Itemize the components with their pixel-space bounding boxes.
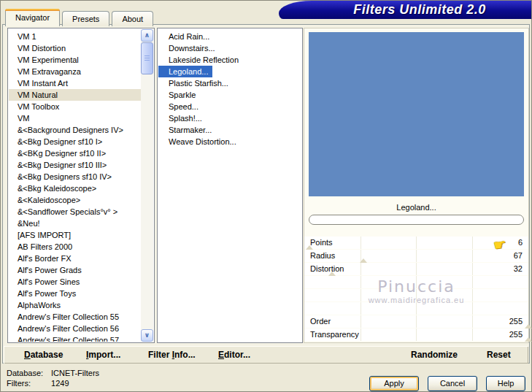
navigator-panel: VM 1VM DistortionVM ExperimentalVM Extra…	[2, 24, 530, 364]
preview-caption: Legoland...	[304, 203, 528, 212]
category-item[interactable]: &<Sandflower Specials°v° >	[9, 206, 141, 218]
slider-row[interactable]	[304, 289, 528, 301]
slider-label: Radius	[310, 250, 335, 262]
status-filters: Filters: 1249	[7, 378, 99, 388]
slider-value: 255	[509, 328, 523, 341]
filter-item[interactable]: Sparkle	[158, 89, 200, 101]
status-database: Database: ICNET-Filters	[7, 368, 99, 378]
category-item[interactable]: Andrew's Filter Collection 55	[9, 311, 141, 323]
scroll-up-button[interactable]: ∧	[141, 29, 153, 42]
slider-row[interactable]	[304, 276, 528, 288]
filter-item[interactable]: Plastic Starfish...	[158, 77, 233, 89]
category-item[interactable]: &Neu!	[9, 218, 141, 229]
chevron-down-icon: ∨	[144, 331, 150, 339]
category-item[interactable]: &<Kaleidoscope>	[9, 194, 141, 206]
slider-label: Transparency	[310, 328, 359, 341]
filter-item[interactable]: Downstairs...	[158, 42, 220, 54]
category-item[interactable]: &<Background Designers IV>	[9, 124, 141, 136]
scrollbar-thumb[interactable]	[141, 42, 153, 74]
category-item[interactable]: Alf's Power Toys	[9, 288, 141, 299]
category-item[interactable]: &<Bkg Designer sf10 III>	[9, 159, 141, 171]
category-item[interactable]: Alf's Power Sines	[9, 276, 141, 288]
category-item[interactable]: AB Filters 2000	[9, 241, 141, 253]
slider-value: 32	[514, 263, 523, 275]
filters-unlimited-window: Filters Unlimited 2.0 Navigator Presets …	[0, 0, 532, 392]
editor-button[interactable]: Editor...	[218, 350, 250, 360]
scroll-down-button[interactable]: ∨	[141, 329, 153, 342]
slider-label: Order	[310, 315, 331, 328]
filter-item[interactable]: Acid Rain...	[158, 31, 214, 42]
slider-label: Points	[310, 237, 333, 249]
category-item[interactable]: VM Experimental	[9, 54, 141, 66]
status-database-label: Database:	[7, 368, 49, 378]
slider-label: Distortion	[310, 263, 344, 275]
category-item[interactable]: VM Extravaganza	[9, 66, 141, 77]
tab-presets[interactable]: Presets	[62, 11, 109, 26]
tab-navigator[interactable]: Navigator	[5, 9, 60, 26]
chevron-up-icon: ∧	[144, 31, 150, 39]
status-database-value: ICNET-Filters	[51, 369, 99, 377]
randomize-button[interactable]: Randomize	[411, 350, 458, 360]
slider-row[interactable]: Transparency 255	[304, 328, 528, 341]
slider-row[interactable]: Distortion 32	[304, 263, 528, 275]
filter-preview	[309, 32, 524, 196]
category-item[interactable]: &<Bkg Designers sf10 IV>	[9, 171, 141, 182]
category-item[interactable]: VM Instant Art	[9, 77, 141, 89]
category-item[interactable]: VM Toolbox	[9, 101, 141, 112]
category-item[interactable]: Alf's Power Grads	[9, 264, 141, 276]
slider-row[interactable]: Order 255	[304, 315, 528, 328]
filter-info-button[interactable]: Filter Info...	[148, 350, 196, 360]
filter-list[interactable]: Acid Rain...Downstairs...Lakeside Reflec…	[157, 28, 303, 343]
slider-value: 67	[514, 250, 523, 262]
slider-value: 255	[509, 315, 523, 328]
database-button[interactable]: Database	[24, 350, 63, 360]
filter-item[interactable]: Starmaker...	[158, 124, 216, 136]
filter-item[interactable]: Splash!...	[158, 112, 207, 124]
slider-value: 6	[518, 237, 523, 249]
category-item[interactable]: VM Distortion	[9, 42, 141, 54]
category-item[interactable]: &<BKg Designer sf10 II>	[9, 147, 141, 159]
command-bar: Database Import... Filter Info... Editor…	[4, 346, 528, 364]
category-item[interactable]: Andrew's Filter Collection 56	[9, 323, 141, 334]
tab-about[interactable]: About	[112, 11, 153, 26]
status-filters-value: 1249	[51, 379, 69, 388]
filter-item[interactable]: Weave Distortion...	[158, 136, 241, 147]
category-item[interactable]: Andrew's Filter Collection 57	[9, 334, 141, 342]
category-item[interactable]: VM	[9, 112, 141, 124]
status-filters-label: Filters:	[7, 378, 49, 388]
slider-row[interactable]	[304, 302, 528, 315]
category-list[interactable]: VM 1VM DistortionVM ExperimentalVM Extra…	[7, 28, 155, 343]
slider-thumb[interactable]	[525, 337, 532, 342]
help-button[interactable]: Help	[486, 376, 525, 391]
filter-item[interactable]: Legoland...	[158, 66, 212, 77]
filter-item[interactable]: Speed...	[158, 101, 203, 112]
import-button[interactable]: Import...	[86, 350, 120, 360]
category-item[interactable]: [AFS IMPORT]	[9, 229, 141, 241]
category-item[interactable]: VM 1	[9, 31, 141, 42]
tab-bar: Navigator Presets About	[5, 9, 153, 26]
category-item[interactable]: AlphaWorks	[9, 299, 141, 311]
category-item[interactable]: &<Bkg Designer sf10 I>	[9, 136, 141, 147]
filter-item[interactable]: Lakeside Reflection	[158, 54, 243, 66]
reset-button[interactable]: Reset	[487, 350, 511, 360]
window-title: Filters Unlimited 2.0	[279, 1, 531, 19]
cancel-button[interactable]: Cancel	[428, 376, 477, 391]
apply-button[interactable]: Apply	[369, 376, 419, 391]
status-area: Database: ICNET-Filters Filters: 1249	[7, 368, 99, 388]
category-item[interactable]: Alf's Border FX	[9, 253, 141, 264]
category-item[interactable]: &<Bkg Kaleidoscope>	[9, 182, 141, 194]
progress-bar	[309, 215, 524, 225]
title-banner: Filters Unlimited 2.0	[279, 1, 531, 19]
preview-panel: Legoland... Points 6 Radius 67 Distortio…	[304, 28, 529, 343]
category-item[interactable]: VM Natural	[9, 89, 141, 101]
category-scrollbar[interactable]: ∧ ∨	[141, 29, 153, 342]
